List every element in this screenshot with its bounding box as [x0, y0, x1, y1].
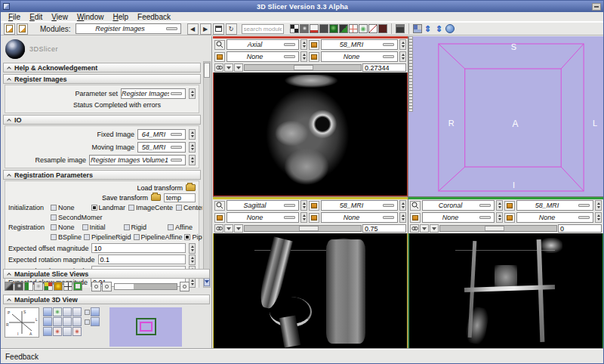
spinner-control[interactable]: [300, 51, 307, 62]
viewport-3d[interactable]: S R A L I: [408, 36, 603, 196]
init-option-imagecenters[interactable]: ImageCente: [128, 204, 173, 211]
panel-scrollbar[interactable]: [203, 61, 211, 288]
labelmap-layer-icon[interactable]: [214, 213, 225, 223]
module-shortcut-icon-1[interactable]: [290, 24, 299, 33]
slice-view-icon-2[interactable]: [14, 282, 23, 291]
coronal-slice-slider[interactable]: [439, 225, 557, 232]
globe-icon[interactable]: [445, 24, 455, 33]
reg-option-initial[interactable]: Initial: [82, 224, 106, 231]
module-shortcut-icon-5[interactable]: [329, 24, 338, 33]
checkbox-icon[interactable]: [91, 205, 97, 211]
checkbox-icon[interactable]: [51, 214, 57, 221]
slider-thumb[interactable]: [299, 226, 319, 231]
zoom-out-icon[interactable]: [72, 317, 82, 326]
slice-view-icon-5[interactable]: [44, 282, 53, 291]
foreground-layer-icon[interactable]: [309, 40, 319, 50]
background-layer-icon[interactable]: [309, 213, 319, 223]
module-shortcut-icon-7[interactable]: [349, 24, 358, 33]
labelmap-layer-icon[interactable]: [410, 213, 421, 223]
module-shortcut-icon-2[interactable]: [300, 24, 309, 33]
module-shortcut-icon-4[interactable]: [319, 24, 328, 33]
view-3d-icon-1[interactable]: [43, 307, 52, 316]
splitter-handle[interactable]: [408, 36, 413, 112]
sagittal-slice-view[interactable]: [213, 233, 408, 350]
view-3d-icon-11[interactable]: [53, 327, 62, 336]
init-option-secondmoments[interactable]: SecondMomer: [51, 214, 103, 221]
spinner-control[interactable]: [300, 200, 307, 211]
spinner-control[interactable]: [595, 212, 602, 223]
section-header-io[interactable]: IO: [3, 115, 201, 125]
slice-menu-icon[interactable]: [234, 63, 243, 72]
slice-visibility-icon[interactable]: [420, 224, 429, 233]
spinner-control[interactable]: [399, 39, 406, 50]
spinner-control[interactable]: [189, 88, 196, 99]
labelmap-layer-icon[interactable]: [214, 52, 225, 62]
init-option-landmark[interactable]: Landmar: [91, 204, 126, 211]
coronal-foreground-select[interactable]: 58_MRI: [516, 200, 593, 211]
reg-option-none[interactable]: None: [51, 224, 75, 231]
coronal-slice-offset[interactable]: 0: [558, 224, 602, 233]
module-history-button[interactable]: [213, 23, 224, 35]
load-scene-button[interactable]: [4, 23, 15, 35]
menu-file[interactable]: File: [4, 13, 25, 21]
view-3d-icon-7[interactable]: [63, 317, 72, 326]
sagittal-foreground-select[interactable]: 58_MRI: [321, 200, 398, 211]
spinner-control[interactable]: [399, 200, 406, 211]
orientation-compass[interactable]: P S R L I A: [5, 307, 39, 338]
spinner-control[interactable]: [595, 200, 602, 211]
axial-slice-offset[interactable]: 0.27344: [362, 63, 406, 72]
slice-menu-icon[interactable]: [234, 224, 243, 233]
link-views-icon[interactable]: [214, 224, 223, 233]
opacity-button[interactable]: [102, 282, 112, 292]
reg-option-affine[interactable]: Affine: [168, 224, 193, 231]
sagittal-orientation-select[interactable]: Sagittal: [226, 200, 299, 211]
view-3d-icon-5[interactable]: [91, 307, 100, 316]
menu-window[interactable]: Window: [72, 13, 109, 21]
foreground-layer-icon[interactable]: [309, 201, 319, 211]
expected-rotation-input[interactable]: 0.1: [98, 254, 186, 264]
sagittal-background-select[interactable]: None: [321, 212, 398, 223]
spinner-control[interactable]: [300, 39, 307, 50]
module-forward-button[interactable]: ▶: [200, 23, 211, 35]
view-3d-checkbox[interactable]: [85, 310, 90, 315]
view-3d-icon-9[interactable]: [91, 317, 100, 326]
background-layer-icon[interactable]: [309, 52, 319, 62]
section-header-manipulate-3d-view[interactable]: Manipulate 3D View: [3, 295, 210, 304]
view-3d-icon-3[interactable]: [63, 307, 72, 316]
section-header-help[interactable]: Help & Acknowledgement: [3, 63, 201, 72]
reg-option-pipelinerigid[interactable]: PipelineRigid: [84, 233, 131, 241]
slice-view-icon-8[interactable]: [73, 282, 82, 291]
view-3d-icon-2[interactable]: [53, 307, 62, 316]
reg-option-pipelineaffine[interactable]: PipelineAffine: [134, 233, 183, 241]
resample-image-select[interactable]: Register Images Volume1: [89, 155, 186, 165]
slider-thumb[interactable]: [485, 226, 504, 231]
view-3d-icon-12[interactable]: [63, 327, 72, 336]
section-header-manipulate-slice-views[interactable]: Manipulate Slice Views: [3, 269, 210, 279]
spinner-control[interactable]: [189, 155, 196, 165]
spinner-control[interactable]: [496, 212, 503, 223]
save-transform-value[interactable]: temp: [164, 193, 196, 202]
slice-view-icon-4[interactable]: [34, 282, 43, 291]
module-back-button[interactable]: ◀: [187, 23, 199, 35]
axial-foreground-select[interactable]: 58_MRI: [321, 39, 398, 50]
module-shortcut-icon-9[interactable]: [368, 24, 378, 33]
checkbox-icon[interactable]: [51, 234, 57, 240]
sagittal-slice-slider[interactable]: [244, 225, 362, 232]
spinner-control[interactable]: [189, 129, 196, 140]
opacity-slider[interactable]: [114, 283, 177, 290]
slice-view-icon-1[interactable]: [5, 282, 14, 291]
checkbox-icon[interactable]: [168, 224, 174, 230]
fade-button[interactable]: [91, 282, 101, 292]
foreground-layer-icon[interactable]: [504, 201, 515, 211]
background-layer-icon[interactable]: [504, 213, 515, 223]
slice-menu-icon[interactable]: [430, 224, 439, 233]
fixed-image-select[interactable]: 64_MRI: [137, 129, 186, 140]
fit-slice-icon[interactable]: ⇕: [434, 23, 445, 34]
checkbox-icon[interactable]: [176, 205, 182, 211]
save-transform-folder-icon[interactable]: [151, 194, 161, 201]
reg-option-pipelinebspline[interactable]: PipelineBSpline: [184, 233, 202, 241]
slice-options-icon[interactable]: [214, 40, 225, 50]
spinner-control[interactable]: [300, 212, 307, 223]
link-views-icon[interactable]: [214, 63, 223, 72]
coronal-background-select[interactable]: None: [516, 212, 593, 223]
